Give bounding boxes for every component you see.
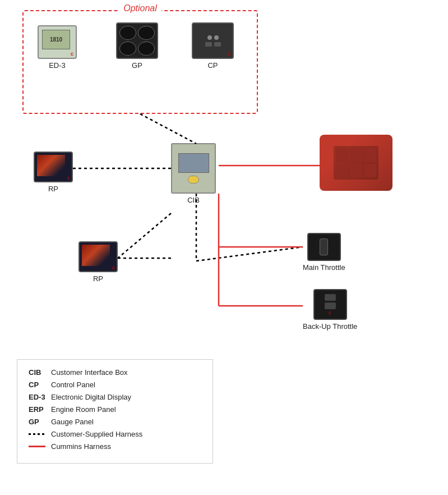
engine-image (320, 135, 392, 191)
legend-row-cp: CP Control Panel (29, 381, 201, 389)
legend-desc-solid: Cummins Harness (51, 442, 111, 451)
gp-image (116, 22, 158, 59)
cp-device: C CP (192, 22, 234, 70)
legend-row-gp: GP Gauge Panel (29, 418, 201, 426)
rp-top-label: RP (48, 185, 58, 193)
main-throttle-image (307, 233, 341, 261)
optional-box: Optional 1810 C ED-3 GP (22, 10, 258, 114)
legend-abbr-ed3: ED-3 (29, 393, 51, 401)
gp-device: GP (116, 22, 158, 70)
rp-bottom-device: C RP (78, 241, 118, 283)
legend-desc-cp: Control Panel (51, 381, 95, 389)
legend-dotted-line (29, 433, 45, 435)
svg-line-0 (140, 114, 196, 144)
legend-row-dotted: Customer-Supplied Harness (29, 430, 201, 438)
optional-label: Optional (119, 3, 161, 13)
rp-top-device: C RP (34, 152, 73, 193)
cib-device: CIB (171, 143, 216, 204)
gp-label: GP (132, 61, 142, 70)
legend-row-erp: ERP Engine Room Panel (29, 405, 201, 414)
main-throttle-device: Main Throttle (303, 233, 345, 272)
cib-label: CIB (187, 196, 200, 204)
legend-row-ed3: ED-3 Electronic Digital Display (29, 393, 201, 401)
legend-desc-dotted: Customer-Supplied Harness (51, 430, 142, 438)
ed3-label: ED-3 (49, 61, 66, 70)
cp-image: C (192, 22, 234, 59)
legend-solid-line (29, 446, 45, 447)
engine-device (320, 135, 392, 191)
rp-bottom-label: RP (93, 274, 103, 283)
svg-line-5 (118, 213, 171, 258)
svg-line-4 (196, 247, 303, 261)
legend-abbr-cib: CIB (29, 368, 51, 377)
legend-abbr-gp: GP (29, 418, 51, 426)
ed3-device: 1810 C ED-3 (38, 25, 77, 70)
legend-desc-gp: Gauge Panel (51, 418, 94, 426)
backup-throttle-device: C Back-Up Throttle (303, 289, 357, 331)
legend-abbr-erp: ERP (29, 405, 51, 414)
legend-desc-ed3: Electronic Digital Display (51, 393, 131, 401)
ed3-image: 1810 C (38, 25, 77, 59)
backup-throttle-label: Back-Up Throttle (303, 322, 357, 331)
cib-image (171, 143, 216, 194)
legend-desc-cib: Customer Interface Box (51, 368, 128, 377)
legend-abbr-cp: CP (29, 381, 51, 389)
ed3-screen: 1810 (42, 30, 70, 49)
cp-label: CP (207, 61, 218, 70)
legend-row-cib: CIB Customer Interface Box (29, 368, 201, 377)
diagram-area: Optional 1810 C ED-3 GP (0, 0, 448, 354)
legend-desc-erp: Engine Room Panel (51, 405, 116, 414)
rp-top-image: C (34, 152, 73, 182)
rp-bottom-image: C (78, 241, 118, 272)
legend-box: CIB Customer Interface Box CP Control Pa… (17, 359, 213, 464)
legend-row-solid: Cummins Harness (29, 442, 201, 451)
main-throttle-label: Main Throttle (303, 263, 345, 272)
backup-throttle-image: C (313, 289, 347, 320)
